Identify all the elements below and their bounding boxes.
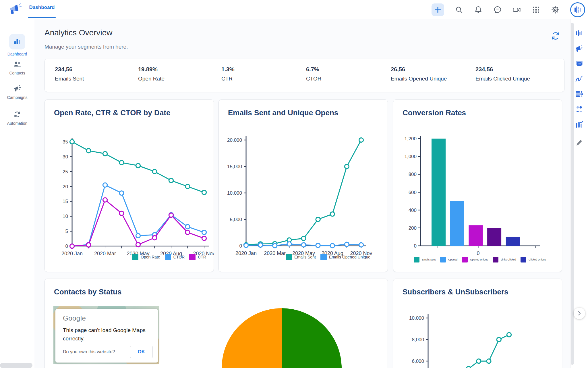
legend-item: Emails Opened Unique	[320, 254, 370, 260]
svg-text:800: 800	[409, 172, 417, 177]
legend-item: Emails Sent	[414, 257, 436, 262]
messages-button[interactable]	[493, 5, 502, 14]
add-button[interactable]	[432, 3, 444, 16]
svg-text:20: 20	[63, 184, 68, 189]
svg-text:15,000: 15,000	[227, 164, 242, 169]
video-button[interactable]	[512, 5, 521, 14]
page-subtitle: Manage your segments from here.	[45, 44, 128, 50]
dialog-message: This page can't load Google Maps correct…	[63, 326, 149, 343]
svg-text:15: 15	[63, 199, 68, 204]
chart-card-conversion-rates: Conversion Rates 02004006008001,0001,200…	[393, 99, 562, 272]
svg-text:0: 0	[239, 243, 242, 249]
chart-legend: Open RateCTORCTR	[127, 254, 206, 260]
sidebar-item-label: Dashboard	[0, 52, 34, 56]
chart-card-subscribers: Subscribers & UnSubscribers 6,0008,00010…	[393, 279, 562, 368]
svg-text:0: 0	[65, 244, 68, 249]
bar-chart-check-icon[interactable]	[575, 120, 583, 129]
legend-item: Links Clicked	[493, 257, 516, 262]
legend-item: Clicked Unique	[521, 257, 546, 262]
sidebar-item-label: Contacts	[0, 71, 34, 75]
svg-text:600: 600	[409, 190, 417, 195]
sidebar-item-automation[interactable]: Automation	[0, 110, 34, 126]
people-group-icon[interactable]	[575, 105, 583, 113]
svg-text:1,000: 1,000	[404, 154, 417, 159]
chat-window-icon[interactable]	[575, 60, 583, 68]
apps-grid-icon	[532, 6, 540, 14]
google-logo: Google	[63, 314, 86, 322]
tab-dashboard[interactable]: Dashboard	[28, 5, 56, 10]
svg-text:0: 0	[414, 243, 417, 249]
ok-button[interactable]: OK	[130, 346, 153, 358]
svg-text:10,000: 10,000	[409, 315, 424, 321]
svg-text:6,000: 6,000	[412, 359, 424, 364]
svg-text:2020 Jan: 2020 Jan	[235, 250, 257, 256]
chevron-right-icon	[577, 311, 582, 316]
stat-ctr: 1.3%CTR	[221, 66, 235, 82]
video-camera-icon	[512, 6, 521, 14]
svg-text:35: 35	[63, 139, 68, 145]
legend-item: Opened	[440, 257, 457, 262]
stats-card: 234,56Emails Sent 19.89%Open Rate 1.3%CT…	[45, 59, 564, 92]
legend-item: CTOR	[165, 254, 185, 260]
topbar-actions	[432, 2, 585, 17]
stat-ctor: 6.7%CTOR	[306, 66, 321, 82]
legend-item: Open Rate	[132, 254, 160, 260]
svg-text:0: 0	[477, 250, 479, 256]
refresh-icon	[551, 31, 560, 41]
horizontal-scrollbar[interactable]	[0, 363, 32, 368]
search-icon	[455, 6, 463, 14]
automation-icon	[0, 110, 34, 119]
chart-card-open-rate-ctr-ctor: Open Rate, CTR & CTOR by Date 0510152025…	[45, 99, 214, 272]
line-chart-open-rate-ctr-ctor: 051015202530352020 Jan2020 Mar2020 May20…	[45, 131, 214, 269]
sidebar-item-campaigns[interactable]: Campaigns	[0, 84, 34, 100]
stat-emails-clicked-unique: 234,56Emails Clicked Unique	[475, 66, 530, 82]
refresh-button[interactable]	[551, 31, 561, 41]
bar-chart-conversion-rates: 02004006008001,0001,2000	[393, 131, 562, 269]
megaphone-icon[interactable]	[575, 44, 583, 52]
stat-open-rate: 19.89%Open Rate	[138, 66, 165, 82]
gear-icon	[551, 6, 559, 14]
vertical-scrollbar[interactable]	[571, 23, 574, 365]
notifications-button[interactable]	[474, 5, 483, 14]
svg-text:200: 200	[409, 225, 417, 231]
legend-item: Emails Sent	[286, 254, 316, 260]
svg-text:1,200: 1,200	[404, 136, 417, 141]
avatar[interactable]	[570, 2, 585, 17]
chart-legend: Emails SentEmails Opened Unique	[281, 254, 370, 260]
stat-emails-sent: 234,56Emails Sent	[55, 66, 84, 82]
line-chart-subscribers: 6,0008,00010,000	[393, 305, 562, 368]
app-logo	[8, 2, 22, 16]
svg-text:2020 Jan: 2020 Jan	[61, 251, 83, 256]
signature-icon[interactable]	[575, 75, 583, 83]
dialog-question: Do you own this website?	[63, 349, 115, 354]
svg-text:8,000: 8,000	[412, 337, 424, 342]
expand-panel-button[interactable]	[574, 308, 585, 319]
svg-text:5,000: 5,000	[230, 217, 242, 222]
svg-text:20,000: 20,000	[227, 137, 242, 143]
legend-item: CTR	[189, 254, 206, 260]
list-rows-icon[interactable]	[575, 90, 583, 98]
sidebar-item-contacts[interactable]: Contacts	[0, 60, 34, 75]
apps-button[interactable]	[532, 5, 540, 14]
svg-text:400: 400	[409, 208, 417, 213]
svg-text:10,000: 10,000	[227, 190, 242, 196]
svg-text:30: 30	[63, 154, 68, 160]
legend-item: Opened Unique	[462, 257, 488, 262]
settings-button[interactable]	[551, 5, 560, 14]
chart-card-emails-sent-opens: Emails Sent and Unique Opens 05,00010,00…	[218, 99, 388, 272]
chart-card-contacts-by-status: Contacts by Status Google This page can'…	[45, 279, 388, 368]
chart-title: Subscribers & UnSubscribers	[403, 288, 508, 296]
campaigns-icon	[0, 84, 34, 93]
left-sidebar: Dashboard Contacts Campaigns	[0, 19, 34, 368]
search-button[interactable]	[455, 5, 463, 14]
google-maps-error-dialog: Google This page can't load Google Maps …	[55, 309, 158, 363]
stat-emails-opened-unique: 26,56Emails Opened Unique	[391, 66, 447, 82]
chart-title: Conversion Rates	[403, 108, 466, 117]
svg-text:5: 5	[65, 229, 68, 234]
sidebar-item-dashboard[interactable]: Dashboard	[0, 34, 34, 56]
megaphone-logo-icon	[8, 2, 22, 16]
pencil-icon[interactable]	[575, 139, 583, 147]
chart-title: Contacts by Status	[54, 288, 122, 296]
equalizer-icon[interactable]	[575, 29, 583, 37]
chart-title: Emails Sent and Unique Opens	[228, 108, 338, 117]
